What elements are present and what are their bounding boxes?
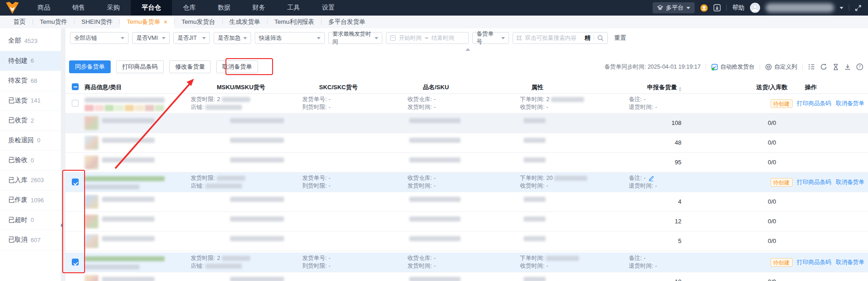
select-all-checkbox[interactable] bbox=[72, 83, 79, 90]
nav-item-采购[interactable]: 采购 bbox=[96, 0, 131, 16]
filter-urgent-select[interactable]: 是否加急 bbox=[214, 32, 251, 44]
pencil-icon[interactable] bbox=[648, 176, 654, 181]
tab-Temu货件[interactable]: Temu货件 bbox=[33, 16, 74, 28]
sidebar-item-质检退回[interactable]: 质检退回0 bbox=[0, 131, 61, 151]
field-line: 备注:- bbox=[629, 254, 657, 262]
help-link[interactable]: 帮助 bbox=[732, 4, 745, 12]
sidebar-item-已入库[interactable]: 已入库2603 bbox=[0, 171, 61, 191]
sidebar-item-全部[interactable]: 全部4523 bbox=[0, 31, 61, 51]
filter-shop-select[interactable]: 全部店铺 bbox=[70, 32, 129, 44]
group-fields: 发货单号:-到货时限:- bbox=[302, 96, 331, 111]
field-label: 发货时间: bbox=[407, 182, 432, 190]
platform-switcher-button[interactable]: 多平台 bbox=[653, 2, 695, 13]
avatar[interactable] bbox=[750, 3, 760, 13]
print-barcode-link[interactable]: 打印商品条码 bbox=[797, 259, 831, 266]
tab-首页[interactable]: 首页 bbox=[6, 16, 32, 28]
sidebar-item-已验收[interactable]: 已验收0 bbox=[0, 151, 61, 171]
cancel-stock-order-link[interactable]: 取消备货单 bbox=[836, 259, 865, 266]
tab-生成发货单[interactable]: 生成发货单 bbox=[223, 16, 268, 28]
order-no-type-label: 备货单号 bbox=[477, 30, 498, 46]
field-value: - bbox=[434, 174, 435, 182]
close-icon[interactable]: × bbox=[164, 19, 167, 25]
search-icon[interactable] bbox=[597, 35, 604, 41]
support-icon[interactable] bbox=[700, 4, 708, 12]
row-checkbox[interactable] bbox=[72, 100, 79, 107]
filter-jit-select[interactable]: 是否JIT bbox=[173, 32, 210, 44]
download-icon[interactable] bbox=[844, 64, 851, 70]
chevron-down-icon[interactable] bbox=[840, 7, 843, 9]
expand-icon[interactable] bbox=[855, 5, 862, 11]
reset-button[interactable]: 重置 bbox=[614, 34, 626, 42]
declared-qty: 12 bbox=[675, 218, 681, 225]
print-barcode-link[interactable]: 打印商品条码 bbox=[797, 100, 831, 108]
filter-vmi-select[interactable]: 是否VMI bbox=[132, 32, 170, 44]
auto-grab-toggle[interactable]: 自动抢发货台 bbox=[711, 63, 755, 71]
exact-match-toggle[interactable]: 精 bbox=[584, 34, 590, 42]
sidebar-item-已送货[interactable]: 已送货141 bbox=[0, 91, 61, 111]
tab-Temu备货单[interactable]: Temu备货单× bbox=[120, 16, 174, 28]
question-circle-icon[interactable]: ? bbox=[856, 63, 863, 70]
nav-item-仓库[interactable]: 仓库 bbox=[172, 0, 207, 16]
layers-icon bbox=[657, 5, 663, 11]
custom-columns-label: 自定义列 bbox=[774, 63, 797, 71]
delivered-qty: 0/0 bbox=[749, 198, 795, 205]
sidebar-item-label: 已取消 bbox=[8, 236, 27, 244]
cancel-stock-order-link[interactable]: 取消备货单 bbox=[836, 100, 865, 108]
field-line: 收货仓库:- bbox=[407, 254, 436, 262]
custom-columns-button[interactable]: 自定义列 bbox=[765, 63, 797, 71]
field-value: - bbox=[655, 262, 657, 270]
toolbar-button-同步备货单[interactable]: 同步备货单 bbox=[69, 60, 111, 73]
product-image-blurred bbox=[85, 215, 98, 228]
tab-Temu发货台[interactable]: Temu发货台 bbox=[175, 16, 222, 28]
nav-item-销售[interactable]: 销售 bbox=[61, 0, 96, 16]
tab-多平台发货单[interactable]: 多平台发货单 bbox=[321, 16, 372, 28]
hourglass-icon[interactable] bbox=[832, 64, 839, 70]
row-checkbox[interactable] bbox=[72, 178, 79, 185]
filter-quick-label: 快速筛选 bbox=[259, 34, 282, 42]
nav-item-工具[interactable]: 工具 bbox=[276, 0, 311, 16]
sidebar-item-已超时[interactable]: 已超时0 bbox=[0, 211, 61, 231]
col-product: 商品信息/类目 bbox=[85, 83, 122, 92]
sidebar-item-待创建[interactable]: 待创建6 bbox=[0, 51, 61, 71]
blurred-value bbox=[546, 256, 579, 261]
sidebar-item-已收货[interactable]: 已收货2 bbox=[0, 111, 61, 131]
sidebar-item-count: 0 bbox=[37, 137, 40, 144]
field-line: 发货单号:- bbox=[302, 174, 331, 182]
sort-icon[interactable] bbox=[679, 87, 681, 92]
toolbar-button-修改备货量[interactable]: 修改备货量 bbox=[169, 60, 211, 73]
nav-item-财务[interactable]: 财务 bbox=[241, 0, 276, 16]
nav-item-平台仓[interactable]: 平台仓 bbox=[131, 0, 172, 16]
tab-SHEIN货件[interactable]: SHEIN货件 bbox=[75, 16, 119, 28]
toolbar-button-取消备货单[interactable]: 取消备货单 bbox=[216, 60, 258, 73]
nav-item-设置[interactable]: 设置 bbox=[311, 0, 346, 16]
declared-qty: 108 bbox=[671, 119, 681, 126]
download-center-icon[interactable] bbox=[713, 4, 721, 11]
list-settings-icon[interactable] bbox=[808, 63, 815, 70]
cancel-stock-order-link[interactable]: 取消备货单 bbox=[836, 178, 865, 186]
field-value: - bbox=[328, 182, 330, 190]
filter-latest-ship-time-select[interactable]: 要求最晚发货时间 bbox=[328, 32, 382, 44]
refresh-icon[interactable] bbox=[820, 63, 827, 70]
search-input[interactable]: 双击可批量搜索内容 精 bbox=[513, 32, 608, 44]
toolbar-button-打印商品条码[interactable]: 打印商品条码 bbox=[116, 60, 164, 73]
tab-Temu利润报表[interactable]: Temu利润报表 bbox=[268, 16, 321, 28]
nav-item-数据[interactable]: 数据 bbox=[207, 0, 241, 16]
filter-quick-select[interactable]: 快速筛选 bbox=[255, 32, 325, 44]
row-checkbox[interactable] bbox=[72, 259, 79, 265]
col-declared-qty[interactable]: 申报备货量 bbox=[608, 83, 681, 92]
tab-label: 首页 bbox=[13, 18, 26, 26]
col-msku: MSKU/MSKU货号 bbox=[204, 83, 278, 92]
field-label: 发货时限: bbox=[191, 96, 215, 103]
sidebar-item-已取消[interactable]: 已取消607 bbox=[0, 230, 61, 250]
field-line: 收货时间:- bbox=[520, 182, 587, 190]
order-no-type-select[interactable]: 备货单号 bbox=[472, 32, 509, 44]
date-range-input[interactable]: 开始时间 ~ 结束时间 bbox=[386, 32, 469, 44]
nav-item-商品[interactable]: 商品 bbox=[27, 0, 61, 16]
sidebar-item-label: 待创建 bbox=[8, 57, 27, 65]
print-barcode-link[interactable]: 打印商品条码 bbox=[797, 178, 831, 186]
sidebar-item-待发货[interactable]: 待发货68 bbox=[0, 71, 61, 91]
main-nav: 商品销售采购平台仓仓库数据财务工具设置 bbox=[27, 0, 346, 16]
filter-collapse-toggle[interactable] bbox=[461, 47, 475, 52]
blurred-text bbox=[409, 138, 461, 143]
sidebar-item-已作废[interactable]: 已作废1096 bbox=[0, 190, 61, 211]
